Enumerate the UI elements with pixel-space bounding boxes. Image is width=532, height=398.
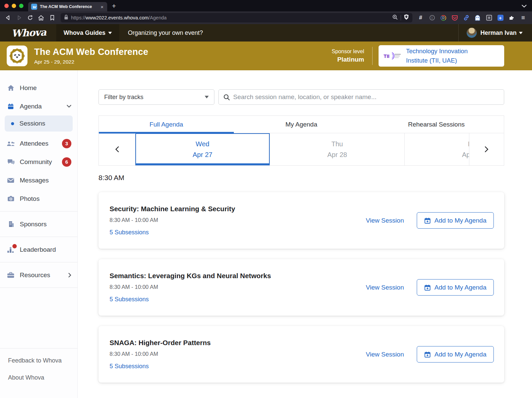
- ghost-extension-icon[interactable]: [474, 14, 481, 21]
- user-menu[interactable]: Herman Ivan: [458, 24, 532, 42]
- subsessions-link[interactable]: 5 Subsessions: [110, 229, 149, 236]
- feedback-link[interactable]: Feedback to Whova: [8, 357, 77, 364]
- close-window-button[interactable]: [4, 4, 9, 8]
- session-card: Semantics: Leveraging KGs and Neural Net…: [98, 259, 504, 316]
- new-tab-button[interactable]: +: [112, 2, 116, 9]
- duckduckgo-extension-icon[interactable]: D: [440, 14, 447, 21]
- sidebar-item-photos[interactable]: Photos: [0, 189, 77, 208]
- search-input[interactable]: [233, 93, 499, 101]
- date-cell-thu-apr-28[interactable]: Thu Apr 28: [270, 133, 404, 165]
- sidebar-item-leaderboard[interactable]: Leaderboard: [0, 240, 77, 259]
- list-tabs-chevron-icon[interactable]: [522, 3, 527, 9]
- back-icon[interactable]: [3, 13, 12, 22]
- url-path: /Agenda: [148, 15, 167, 20]
- next-dates-button[interactable]: [469, 133, 504, 165]
- add-to-agenda-label: Add to My Agenda: [435, 284, 486, 291]
- banner-divider: [372, 47, 373, 65]
- link-extension-icon[interactable]: [463, 14, 470, 21]
- sidebar-label: Attendees: [20, 140, 57, 147]
- sidebar-item-sponsors[interactable]: Sponsors: [0, 215, 77, 233]
- sidebar-item-attendees[interactable]: Attendees 3: [0, 134, 77, 153]
- sponsor-name-line1: Technology Innovation: [406, 48, 468, 55]
- pocket-extension-icon[interactable]: [451, 14, 458, 21]
- session-title: SNAGA: Higher-Order Patterns: [110, 339, 366, 347]
- add-to-agenda-button[interactable]: Add to My Agenda: [417, 279, 494, 296]
- browser-tab-strip: w The ACM Web Conference × +: [0, 0, 532, 11]
- puzzle-extension-icon[interactable]: [508, 14, 515, 21]
- sidebar-item-messages[interactable]: Messages: [0, 171, 77, 189]
- sponsor-level-value: Platinum: [332, 55, 364, 64]
- home-icon[interactable]: [37, 13, 46, 22]
- caret-down-icon: [205, 96, 209, 98]
- sidebar: Home Agenda Sessions Attendees 3: [0, 70, 78, 398]
- sponsors-icon: [7, 221, 15, 227]
- calendar-plus-icon: [424, 284, 431, 291]
- maximize-window-button[interactable]: [19, 4, 23, 8]
- add-to-agenda-button[interactable]: Add to My Agenda: [417, 346, 494, 363]
- session-actions: View Session Add to My Agenda: [366, 279, 494, 296]
- sidebar-label: Agenda: [20, 103, 62, 110]
- add-to-agenda-button[interactable]: Add to My Agenda: [417, 212, 494, 229]
- info-extension-icon[interactable]: i: [428, 14, 436, 21]
- previous-dates-button[interactable]: [99, 133, 135, 165]
- sidebar-label: Sponsors: [20, 221, 71, 228]
- sidebar-item-community[interactable]: Community 6: [0, 153, 77, 171]
- view-session-link[interactable]: View Session: [366, 351, 404, 358]
- date-value: Apr 27: [193, 151, 212, 159]
- caret-down-icon: [108, 32, 112, 34]
- session-actions: View Session Add to My Agenda: [366, 346, 494, 363]
- tab-close-icon[interactable]: ×: [100, 4, 104, 9]
- bookmark-icon[interactable]: [48, 13, 57, 22]
- add-extension-icon[interactable]: +: [497, 14, 504, 21]
- browser-tab[interactable]: w The ACM Web Conference ×: [28, 2, 107, 11]
- session-actions: View Session Add to My Agenda: [366, 212, 494, 229]
- view-session-link[interactable]: View Session: [366, 217, 404, 224]
- tab-title: The ACM Web Conference: [40, 4, 97, 9]
- sidebar-label: Community: [20, 158, 57, 166]
- filter-label: Filter by tracks: [104, 94, 205, 101]
- hash-extension-icon[interactable]: #: [417, 14, 424, 21]
- attendees-icon: [7, 141, 15, 147]
- url-divider: [401, 15, 401, 20]
- organizing-link[interactable]: Organizing your own event?: [128, 29, 203, 36]
- session-search[interactable]: [218, 89, 504, 105]
- date-carousel: Wed Apr 27 Thu Apr 28 Fri Apr 29: [99, 133, 504, 165]
- forward-icon[interactable]: [14, 13, 23, 22]
- svg-text:TII: TII: [384, 53, 390, 59]
- sidebar-item-agenda[interactable]: Agenda: [0, 97, 77, 115]
- sponsor-name: Technology Innovation Institute (TII, UA…: [406, 47, 468, 65]
- photos-icon: [7, 196, 15, 202]
- whova-logo[interactable]: Whova: [11, 26, 46, 39]
- add-to-agenda-label: Add to My Agenda: [435, 217, 486, 224]
- url-bar[interactable]: https://www2022.events.whova.com/Agenda: [61, 13, 412, 22]
- sidebar-label: Home: [20, 84, 71, 92]
- user-name: Herman Ivan: [480, 29, 523, 36]
- chevron-down-icon: [67, 105, 71, 108]
- view-session-link[interactable]: View Session: [366, 284, 404, 291]
- subsessions-link[interactable]: 5 Subsessions: [110, 296, 149, 303]
- minimize-window-button[interactable]: [12, 4, 16, 8]
- sidebar-divider: [0, 211, 77, 212]
- caret-down-icon: [519, 32, 523, 34]
- sidebar-item-resources[interactable]: Resources: [0, 266, 77, 284]
- tab-full-agenda[interactable]: Full Agenda: [99, 116, 234, 133]
- about-link[interactable]: About Whova: [8, 374, 77, 381]
- tab-my-agenda[interactable]: My Agenda: [234, 116, 369, 133]
- date-day: Wed: [196, 140, 209, 148]
- filter-by-tracks-dropdown[interactable]: Filter by tracks: [98, 89, 214, 105]
- whova-guides-menu[interactable]: Whova Guides: [56, 24, 119, 42]
- tab-rehearsal-sessions[interactable]: Rehearsal Sessions: [369, 116, 504, 133]
- zoom-page-icon[interactable]: [392, 14, 398, 21]
- subsessions-link[interactable]: 5 Subsessions: [110, 363, 149, 370]
- calendar-plus-icon: [424, 217, 431, 224]
- date-cell-wed-apr-27[interactable]: Wed Apr 27: [135, 133, 270, 165]
- sidebar-item-home[interactable]: Home: [0, 79, 77, 97]
- brave-shield-icon[interactable]: [404, 14, 409, 21]
- frame-extension-icon[interactable]: [485, 14, 492, 21]
- chevron-right-icon: [68, 273, 71, 277]
- menu-icon[interactable]: ≡: [520, 14, 527, 21]
- sponsor-card[interactable]: TII Technology Innovation Institute (TII…: [379, 45, 504, 67]
- reload-icon[interactable]: [25, 13, 35, 22]
- whova-favicon: w: [31, 4, 37, 10]
- sidebar-item-sessions[interactable]: Sessions: [5, 115, 73, 132]
